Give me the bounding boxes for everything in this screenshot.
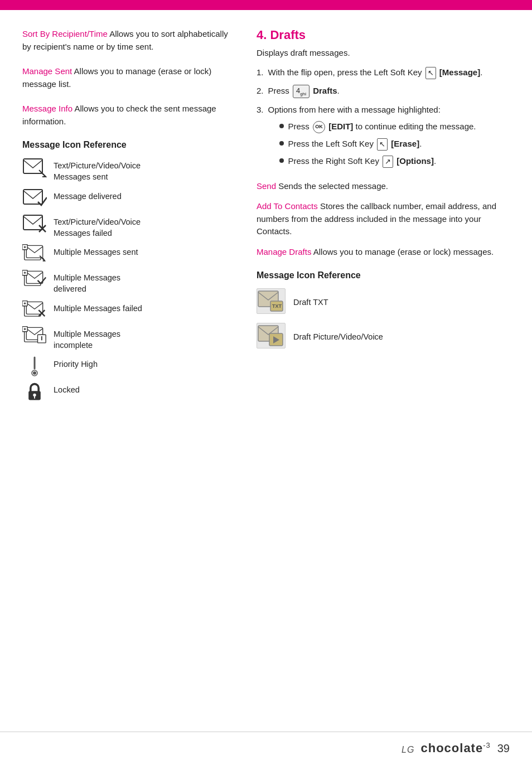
right-column: 4. Drafts Displays draft messages. 1. Wi… (257, 28, 510, 408)
icon-label-2: Message delivered (54, 188, 122, 202)
icon-label-7: Multiple Messagesincomplete (54, 326, 120, 351)
icon-row-2: Message delivered (22, 188, 234, 209)
svg-text:TXT: TXT (272, 303, 282, 309)
multi-incomplete-icon (22, 326, 47, 346)
icon-row-4: Multiple Messages sent (22, 244, 234, 264)
step-1-text: With the flip open, press the Left Soft … (268, 66, 483, 79)
left-icon-ref-heading: Message Icon Reference (22, 140, 234, 150)
icon-label-3: Text/Picture/Video/VoiceMessages failed (54, 214, 141, 239)
step-2-bold: Drafts (313, 86, 337, 95)
sort-by-section: Sort By Recipient/Time Allows you to sor… (22, 28, 234, 53)
footer-page-number: 39 (497, 742, 510, 755)
bullet-1-bold: [EDIT] (328, 122, 353, 131)
bullet-1: Press OK [EDIT] to continue editing the … (279, 120, 476, 133)
manage-sent-label: Manage Sent (22, 66, 72, 76)
draft-txt-row: TXT Draft TXT (257, 288, 510, 314)
draft-txt-label: Draft TXT (293, 294, 328, 308)
manage-sent-section: Manage Sent Allows you to manage (erase … (22, 65, 234, 90)
footer-superscript: -3 (483, 741, 491, 749)
message-info-section: Message Info Allows you to check the sen… (22, 103, 234, 128)
send-description: Sends the selected message. (278, 181, 388, 191)
step-2: 2. Press 4ghi Drafts. (257, 85, 510, 98)
left-column: Sort By Recipient/Time Allows you to sor… (22, 28, 234, 408)
step-1-num: 1. (257, 66, 264, 79)
icon-row-6: Multiple Messages failed (22, 301, 234, 321)
footer-brand: LG chocolate-3 (402, 741, 491, 756)
multi-sent-icon (22, 244, 47, 264)
step-2-num: 2. (257, 85, 264, 98)
priority-high-icon (22, 356, 47, 376)
footer-lg-text: LG (402, 745, 414, 754)
draft-media-icon (257, 323, 286, 348)
drafts-subtitle: Displays draft messages. (257, 48, 510, 57)
svg-rect-11 (26, 272, 42, 284)
manage-drafts-section: Manage Drafts Allows you to manage (eras… (257, 246, 510, 259)
icon-row-3: Text/Picture/Video/VoiceMessages failed (22, 214, 234, 239)
icon-row-5: Multiple Messagesdelivered (22, 270, 234, 295)
draft-media-label: Draft Picture/Video/Voice (293, 329, 383, 342)
ok-circle-icon: OK (313, 121, 325, 133)
bullet-3-bold: [Options] (396, 156, 434, 166)
footer: LG chocolate-3 39 (0, 732, 532, 765)
key-4-badge: 4ghi (293, 85, 309, 98)
send-section: Send Sends the selected message. (257, 180, 510, 193)
icon-label-6: Multiple Messages failed (54, 301, 142, 314)
svg-point-33 (33, 394, 36, 396)
draft-txt-icon: TXT (257, 288, 286, 314)
manage-drafts-description: Allows you to manage (erase or lock) mes… (313, 247, 494, 256)
multi-failed-icon (22, 301, 47, 321)
footer-brand-name: chocolate (420, 742, 483, 756)
step-2-text: Press 4ghi Drafts. (268, 85, 340, 98)
icon-label-1: Text/Picture/Video/VoiceMessages sent (54, 158, 141, 183)
drafts-steps: 1. With the flip open, press the Left So… (257, 66, 510, 172)
icon-label-5: Multiple Messagesdelivered (54, 270, 120, 295)
msg-sent-icon (22, 158, 47, 178)
left-soft-key-icon: ↖ (425, 67, 436, 79)
step-3-text: Options from here with a message highlig… (268, 104, 476, 172)
multi-delivered-icon (22, 270, 47, 290)
bullet-3-text: Press the Right Soft Key ↗ [Options]. (288, 155, 437, 168)
step-1: 1. With the flip open, press the Left So… (257, 66, 510, 79)
send-label: Send (257, 181, 276, 191)
icon-row-8: Priority High (22, 356, 234, 376)
add-contacts-section: Add To Contacts Stores the callback numb… (257, 200, 510, 238)
svg-rect-1 (23, 190, 42, 204)
bullet-2-bold: [Erase] (391, 139, 419, 148)
msg-failed-icon (22, 214, 47, 234)
top-bar (0, 0, 532, 10)
icon-row-1: Text/Picture/Video/VoiceMessages sent (22, 158, 234, 183)
erase-soft-key-icon: ↖ (377, 138, 388, 151)
icon-row-7: Multiple Messagesincomplete (22, 326, 234, 351)
bullet-dot-1 (279, 124, 284, 128)
bullet-1-text: Press OK [EDIT] to continue editing the … (288, 120, 476, 133)
icon-label-4: Multiple Messages sent (54, 244, 138, 258)
manage-drafts-label: Manage Drafts (257, 247, 311, 256)
options-soft-key-icon: ↗ (383, 156, 393, 168)
draft-media-row: Draft Picture/Video/Voice (257, 323, 510, 348)
step-3-num: 3. (257, 104, 264, 117)
bullet-2: Press the Left Soft Key ↖ [Erase]. (279, 138, 476, 151)
drafts-heading: 4. Drafts (257, 28, 510, 42)
msg-delivered-icon (22, 188, 47, 209)
bullet-dot-3 (279, 158, 284, 163)
step-3-bullets: Press OK [EDIT] to continue editing the … (279, 120, 476, 168)
message-info-label: Message Info (22, 104, 72, 113)
bullet-2-text: Press the Left Soft Key ↖ [Erase]. (288, 138, 422, 151)
step-3: 3. Options from here with a message high… (257, 104, 510, 172)
add-contacts-label: Add To Contacts (257, 201, 318, 211)
sort-by-label: Sort By Recipient/Time (22, 29, 108, 38)
svg-rect-2 (23, 215, 42, 230)
icon-label-8: Priority High (54, 356, 98, 370)
locked-icon (22, 382, 47, 402)
step-1-bold: [Message] (439, 67, 480, 77)
right-icon-ref-heading: Message Icon Reference (257, 270, 510, 280)
bullet-3: Press the Right Soft Key ↗ [Options]. (279, 155, 476, 168)
bullet-dot-2 (279, 141, 284, 146)
main-content: Sort By Recipient/Time Allows you to sor… (0, 10, 532, 452)
icon-row-9: Locked (22, 382, 234, 402)
icon-label-9: Locked (54, 382, 80, 395)
svg-point-30 (33, 371, 36, 375)
